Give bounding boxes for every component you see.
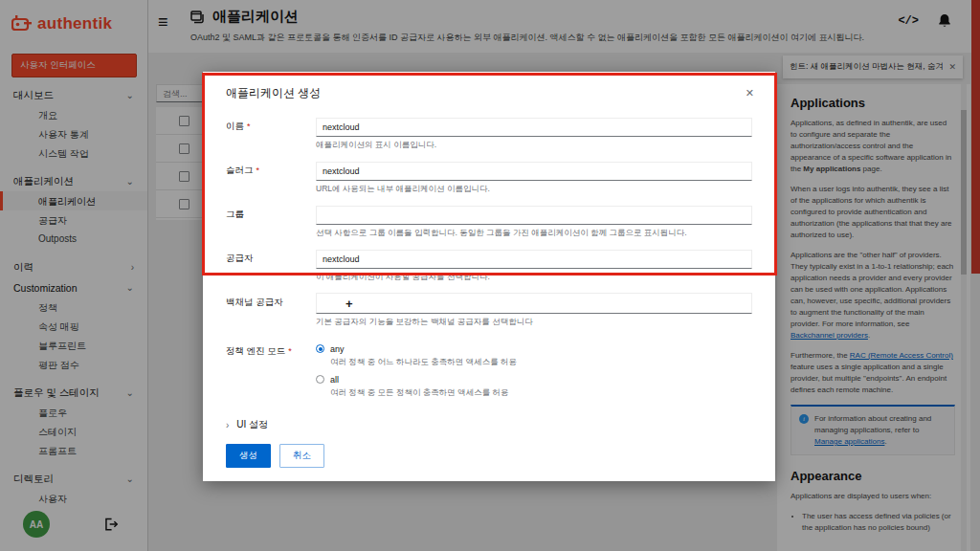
provider-select[interactable] <box>316 250 752 269</box>
slug-field-row: 슬러그* URL에 사용되는 내부 애플리케이션 이름입니다. <box>226 161 752 195</box>
modal-footer: 생성 취소 <box>226 444 324 468</box>
policy-mode-all-help: 여러 정책 중 모든 정책이 충족하면 액세스를 허용 <box>330 387 752 399</box>
authentik-admin-screen: authentik 사용자 인터페이스 대시보드 ⌄ 개요 사용자 통계 시스템… <box>0 0 980 551</box>
radio-unselected-icon <box>316 375 324 384</box>
group-field-help: 선택 사항으로 그룹 이름을 입력합니다. 동일한 그룹을 가진 애플리케이션이… <box>316 228 752 239</box>
slug-field-help: URL에 사용되는 내부 애플리케이션 이름입니다. <box>316 184 752 195</box>
radio-selected-icon <box>316 344 324 353</box>
slug-field-label: 슬러그* <box>226 161 295 195</box>
add-provider-plus-icon[interactable]: + <box>345 297 353 311</box>
name-field-row: 이름* 애플리케이션의 표시 이름입니다. <box>226 117 752 151</box>
provider-field-label: 공급자 <box>226 249 295 283</box>
modal-title: 애플리케이션 생성 <box>226 85 321 101</box>
create-application-modal: 애플리케이션 생성 ✕ 이름* 애플리케이션의 표시 이름입니다. 슬러그* U… <box>203 72 775 481</box>
name-field-help: 애플리케이션의 표시 이름입니다. <box>316 140 752 151</box>
name-input[interactable] <box>316 118 752 137</box>
create-button[interactable]: 생성 <box>226 444 271 468</box>
modal-header: 애플리케이션 생성 ✕ <box>203 72 775 111</box>
policy-mode-any-help: 여러 정책 중 어느 하나라도 충족하면 액세스를 허용 <box>330 357 752 368</box>
group-input[interactable] <box>316 206 752 225</box>
backchannel-field-label: 백채널 공급자 <box>226 293 295 328</box>
group-field-label: 그룹 <box>226 205 295 239</box>
policy-mode-field-label: 정책 엔진 모드* <box>226 342 295 403</box>
policy-mode-any-radio[interactable]: any <box>316 342 752 356</box>
backchannel-select-box: + <box>316 293 752 314</box>
group-field-row: 그룹 선택 사항으로 그룹 이름을 입력합니다. 동일한 그룹을 가진 애플리케… <box>226 205 752 239</box>
provider-field-row: 공급자 이 애플리케이션이 사용할 공급자를 선택합니다. <box>226 249 752 283</box>
provider-field-help: 이 애플리케이션이 사용할 공급자를 선택합니다. <box>316 272 752 283</box>
backchannel-field-row: 백채널 공급자 + 기본 공급자의 기능을 보강하는 백채널 공급자를 선택합니… <box>226 293 752 328</box>
policy-mode-all-radio[interactable]: all <box>316 372 752 386</box>
chevron-right-icon: › <box>226 420 229 430</box>
modal-close-icon[interactable]: ✕ <box>742 85 758 101</box>
cancel-button[interactable]: 취소 <box>279 444 324 468</box>
name-field-label: 이름* <box>226 117 295 151</box>
modal-body: 이름* 애플리케이션의 표시 이름입니다. 슬러그* URL에 사용되는 내부 … <box>203 111 775 431</box>
backchannel-field-help: 기본 공급자의 기능을 보강하는 백채널 공급자를 선택합니다 <box>316 317 752 328</box>
slug-input[interactable] <box>316 162 752 181</box>
policy-mode-field-row: 정책 엔진 모드* any 여러 정책 중 어느 하나라도 충족하면 액세스를 … <box>226 342 752 403</box>
ui-settings-label: UI 설정 <box>236 418 268 431</box>
ui-settings-expander[interactable]: › UI 설정 <box>226 418 752 431</box>
